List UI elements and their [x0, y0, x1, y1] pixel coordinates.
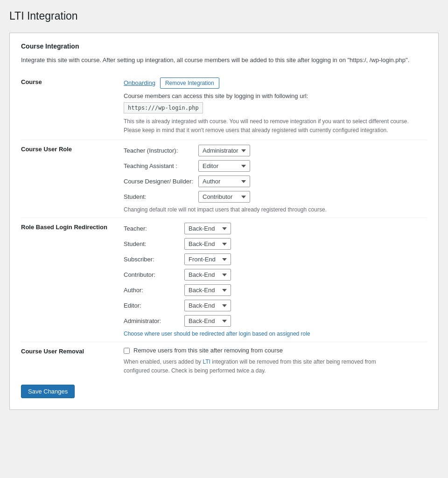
redirect-label-1: Student: [124, 240, 180, 247]
redirect-select-3[interactable]: Back-EndFront-End [184, 269, 231, 281]
course-role-select-0[interactable]: AdministratorEditorAuthorContributorSubs… [198, 145, 250, 156]
redirect-label-0: Teacher: [124, 225, 180, 232]
course-role-label-2: Course Designer/ Builder: [124, 178, 194, 185]
redirect-label-4: Author: [124, 287, 180, 294]
course-role-select-1[interactable]: AdministratorEditorAuthorContributorSubs… [198, 160, 250, 172]
course-role-label-3: Student: [124, 193, 194, 200]
redirect-select-1[interactable]: Back-EndFront-End [184, 238, 231, 250]
remove-users-checkbox[interactable] [124, 348, 130, 354]
redirect-label-2: Subscriber: [124, 256, 180, 263]
redirect-note: Choose where user should be redirected a… [124, 330, 427, 337]
redirect-row-5: Editor:Back-EndFront-End [124, 300, 427, 311]
redirect-select-4[interactable]: Back-EndFront-End [184, 284, 231, 296]
redirect-label-5: Editor: [124, 302, 180, 309]
redirect-row-0: Teacher:Back-EndFront-End [124, 223, 427, 234]
role-based-login-content: Teacher:Back-EndFront-EndStudent:Back-En… [124, 218, 427, 342]
redirect-row-4: Author:Back-EndFront-End [124, 284, 427, 296]
course-info-text: This site is already integrated with cou… [124, 117, 422, 135]
course-role-row-3: Student:AdministratorEditorAuthorContrib… [124, 191, 427, 203]
course-role-row-1: Teaching Assistant :AdministratorEditorA… [124, 160, 427, 172]
role-note: Changing default role will not impact us… [124, 206, 427, 213]
removal-note: When enabled, users added by LTI integra… [124, 358, 394, 375]
redirect-row-2: Subscriber:Back-EndFront-End [124, 253, 427, 265]
redirect-select-0[interactable]: Back-EndFront-End [184, 223, 231, 234]
integration-description: Integrate this site with course. After s… [21, 56, 427, 65]
role-rows-container: Teacher (Instructor):AdministratorEditor… [124, 145, 427, 203]
save-changes-button[interactable]: Save Changes [21, 385, 75, 398]
redirect-row-1: Student:Back-EndFront-End [124, 238, 427, 250]
course-user-removal-label: Course User Removal [21, 342, 124, 380]
page-title: LTI Integration [9, 9, 439, 23]
course-user-role-content: Teacher (Instructor):AdministratorEditor… [124, 140, 427, 218]
url-part1: https:// [128, 105, 155, 111]
redirect-label-6: Administrator: [124, 317, 180, 324]
remove-users-label[interactable]: Remove users from this site after removi… [133, 347, 283, 354]
removal-note-prefix: When enabled, users added by [124, 358, 203, 365]
redirect-row-6: Administrator:Back-EndFront-End [124, 315, 427, 327]
role-based-login-row: Role Based Login Redirection Teacher:Bac… [21, 218, 427, 342]
settings-table: Course Onboarding Remove Integration Cou… [21, 73, 427, 380]
course-role-label-1: Teaching Assistant : [124, 162, 194, 169]
onboarding-link[interactable]: Onboarding [124, 79, 155, 86]
url-part2: /wp-login.php [155, 105, 199, 111]
section-title: Course Integration [21, 42, 427, 50]
course-actions: Onboarding Remove Integration [124, 77, 427, 89]
course-role-row-2: Course Designer/ Builder:AdministratorEd… [124, 176, 427, 187]
redirect-label-3: Contributor: [124, 271, 180, 278]
remove-integration-button[interactable]: Remove Integration [160, 77, 219, 89]
redirect-select-5[interactable]: Back-EndFront-End [184, 300, 231, 311]
remove-users-checkbox-row: Remove users from this site after removi… [124, 347, 427, 354]
role-based-login-label: Role Based Login Redirection [21, 218, 124, 342]
redirect-row-3: Contributor:Back-EndFront-End [124, 269, 427, 281]
course-role-select-3[interactable]: AdministratorEditorAuthorContributorSubs… [198, 191, 250, 203]
course-user-role-label: Course User Role [21, 140, 124, 218]
lti-integration-card: Course Integration Integrate this site w… [9, 33, 439, 410]
course-user-removal-row: Course User Removal Remove users from th… [21, 342, 427, 380]
redirect-select-2[interactable]: Back-EndFront-End [184, 253, 231, 265]
course-row: Course Onboarding Remove Integration Cou… [21, 73, 427, 140]
course-role-row-0: Teacher (Instructor):AdministratorEditor… [124, 145, 427, 156]
redirect-rows-container: Teacher:Back-EndFront-EndStudent:Back-En… [124, 223, 427, 327]
course-role-label-0: Teacher (Instructor): [124, 147, 194, 154]
course-row-label: Course [21, 73, 124, 140]
course-row-content: Onboarding Remove Integration Course mem… [124, 73, 427, 140]
course-url-box: https:// /wp-login.php [124, 102, 203, 113]
course-user-role-row: Course User Role Teacher (Instructor):Ad… [21, 140, 427, 218]
removal-note-lti: LTI [203, 358, 210, 365]
redirect-select-6[interactable]: Back-EndFront-End [184, 315, 231, 327]
course-role-select-2[interactable]: AdministratorEditorAuthorContributorSubs… [198, 176, 250, 187]
course-user-removal-content: Remove users from this site after removi… [124, 342, 427, 380]
url-note: Course members can access this site by l… [124, 92, 427, 99]
